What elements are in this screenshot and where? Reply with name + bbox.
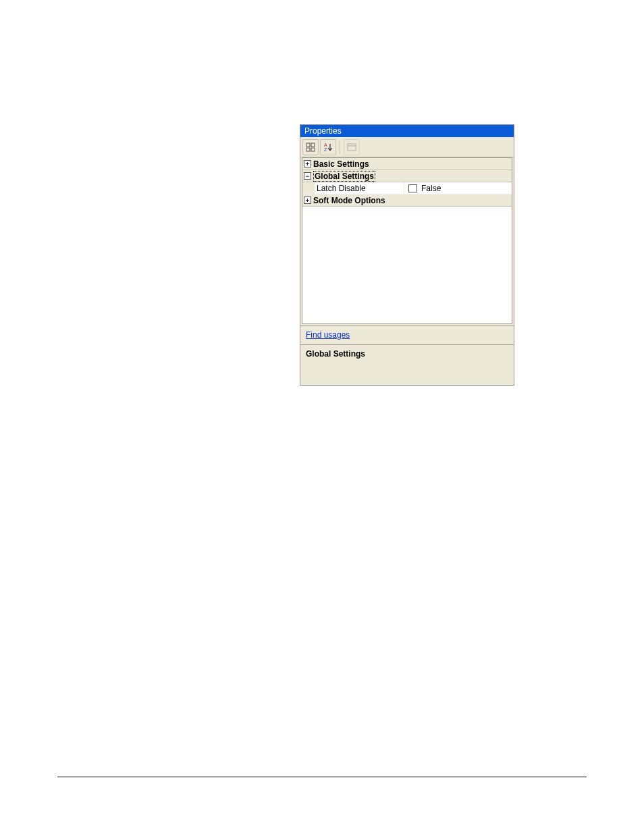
svg-text:Z: Z xyxy=(324,147,327,152)
expand-icon[interactable]: + xyxy=(304,197,311,204)
property-grid: + Basic Settings − Global Settings Latch… xyxy=(302,157,512,324)
pages-icon xyxy=(347,143,356,151)
toolbar-separator xyxy=(340,140,340,154)
category-label: Basic Settings xyxy=(313,159,369,169)
property-pages-button[interactable] xyxy=(344,139,360,155)
svg-rect-3 xyxy=(311,148,315,151)
panel-title-text: Properties xyxy=(304,126,342,136)
checkbox[interactable] xyxy=(408,184,417,192)
category-label: Global Settings xyxy=(313,171,375,182)
svg-rect-2 xyxy=(306,148,310,151)
svg-text:A: A xyxy=(324,142,327,147)
toolbar: A Z xyxy=(300,137,514,157)
footer-divider xyxy=(57,777,587,777)
svg-rect-0 xyxy=(306,143,310,147)
svg-rect-1 xyxy=(311,143,315,147)
property-value-cell[interactable]: False xyxy=(404,184,512,193)
svg-rect-7 xyxy=(348,144,356,151)
category-label: Soft Mode Options xyxy=(313,196,385,205)
alphabetical-button[interactable]: A Z xyxy=(320,139,336,155)
expand-icon[interactable]: + xyxy=(304,160,311,167)
description-bar: Global Settings xyxy=(300,344,514,385)
property-row-latch-disable[interactable]: Latch Disable False xyxy=(302,182,512,194)
property-value-text: False xyxy=(421,184,441,193)
categorized-icon xyxy=(306,142,315,152)
category-row-global[interactable]: − Global Settings xyxy=(302,170,512,182)
description-title: Global Settings xyxy=(306,349,365,359)
collapse-icon[interactable]: − xyxy=(304,172,311,180)
properties-panel: Properties A Z xyxy=(300,124,514,386)
find-usages-link[interactable]: Find usages xyxy=(306,330,350,340)
property-name: Latch Disable xyxy=(315,182,404,194)
category-row-softmode[interactable]: + Soft Mode Options xyxy=(302,194,512,207)
commands-bar: Find usages xyxy=(300,325,514,344)
categorized-button[interactable] xyxy=(302,139,319,155)
panel-title: Properties xyxy=(300,125,514,137)
az-sort-icon: A Z xyxy=(323,142,333,153)
category-row-basic[interactable]: + Basic Settings xyxy=(302,158,512,170)
indent xyxy=(302,182,315,194)
